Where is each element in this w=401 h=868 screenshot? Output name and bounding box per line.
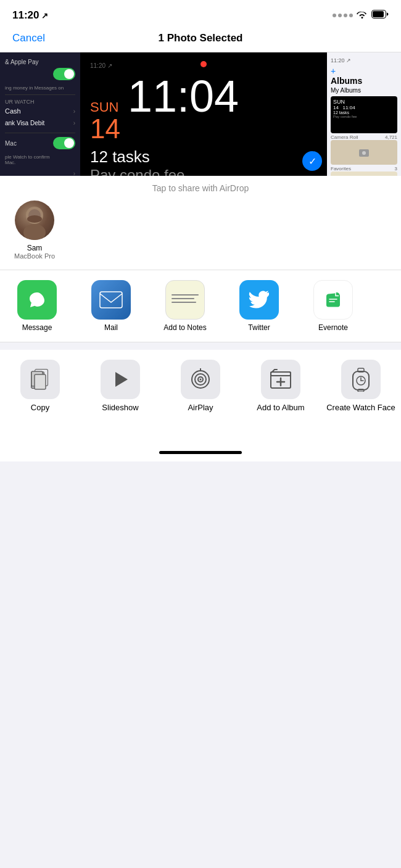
status-time: 11:20 ↗ bbox=[12, 9, 48, 22]
favorites-info: Favorites 3 bbox=[331, 166, 397, 172]
toggle-1 bbox=[53, 68, 75, 80]
page-title: 1 Photo Selected bbox=[159, 32, 243, 44]
share-app-evernote[interactable]: Evernote bbox=[296, 280, 370, 337]
notes-icon bbox=[165, 280, 205, 320]
photo-left: & Apple Pay ing money in Messages on UR … bbox=[0, 52, 80, 176]
airdrop-section: Tap to share with AirDrop Sam MacBook Pr… bbox=[0, 176, 401, 270]
mail-label: Mail bbox=[104, 323, 118, 332]
watch-screen: 11:20 ↗ SUN 14 11:04 12 tasks Pay condo … bbox=[80, 52, 327, 176]
share-app-twitter[interactable]: Twitter bbox=[222, 280, 296, 337]
svg-point-28 bbox=[200, 379, 202, 381]
watch-face-label: Create Watch Face bbox=[326, 403, 395, 412]
share-apps-row: Message Mail Add to Notes Twitte bbox=[0, 270, 401, 342]
share-app-message[interactable]: Message bbox=[0, 280, 74, 337]
watch-tasks: 12 tasks bbox=[90, 147, 317, 167]
cancel-button[interactable]: Cancel bbox=[12, 32, 45, 44]
airplay-icon-box bbox=[181, 360, 220, 399]
album-thumb-watch: SUN 14 11:04 12 tasks Pay condo fee bbox=[331, 96, 397, 133]
notes-line-1 bbox=[172, 294, 199, 296]
action-airplay[interactable]: AirPlay bbox=[160, 360, 241, 417]
evernote-label: Evernote bbox=[318, 323, 348, 332]
visa-row: ank Visa Debit › bbox=[5, 117, 75, 129]
twitter-icon bbox=[239, 280, 279, 320]
apple-pay-label: & Apple Pay bbox=[5, 59, 75, 65]
svg-rect-23 bbox=[35, 374, 46, 389]
mac-desc: ple Watch to confirmMac. bbox=[5, 154, 75, 165]
svg-marker-24 bbox=[115, 372, 128, 387]
watch-date-num: 14 bbox=[90, 115, 120, 143]
separator bbox=[5, 94, 75, 95]
action-add-album[interactable]: Add to Album bbox=[241, 360, 321, 417]
favorites-thumb bbox=[331, 172, 397, 176]
camera-roll-thumb bbox=[331, 140, 397, 165]
cash-row: Cash › bbox=[5, 105, 75, 117]
watch-time: 11:04 bbox=[128, 74, 239, 118]
watch-label: UR WATCH bbox=[5, 99, 75, 105]
svg-rect-1 bbox=[373, 11, 384, 17]
slideshow-label: Slideshow bbox=[102, 403, 138, 412]
albums-title: Albums bbox=[331, 76, 397, 86]
toggle-2 bbox=[53, 137, 75, 149]
watch-subtitle: Pay condo fee bbox=[90, 167, 317, 176]
photo-right: 11:20 ↗ + Albums My Albums SUN 14 11:04 … bbox=[327, 52, 401, 176]
notes-label: Add to Notes bbox=[163, 323, 206, 332]
divider-2 bbox=[0, 342, 401, 342]
camera-roll-info: Camera Roll 4,721 bbox=[331, 134, 397, 140]
svg-point-15 bbox=[27, 215, 42, 223]
svg-point-13 bbox=[23, 224, 46, 240]
right-header: 11:20 ↗ bbox=[331, 57, 397, 64]
selected-checkmark: ✓ bbox=[302, 151, 322, 171]
avatar-face bbox=[15, 200, 54, 240]
message-icon bbox=[17, 280, 57, 320]
slideshow-icon-box bbox=[101, 360, 140, 399]
twitter-label: Twitter bbox=[248, 323, 270, 332]
watch-photo: 11:20 ↗ SUN 14 11:04 12 tasks Pay condo … bbox=[80, 52, 327, 176]
location-icon: ↗ bbox=[41, 11, 48, 20]
status-bar: 11:20 ↗ bbox=[0, 0, 401, 27]
home-indicator bbox=[159, 451, 242, 454]
contact-name: Sam bbox=[27, 244, 43, 252]
contact-device: MacBook Pro bbox=[14, 252, 55, 260]
my-albums-label: My Albums bbox=[331, 87, 397, 94]
airplay-label: AirPlay bbox=[188, 403, 213, 412]
message-label: Message bbox=[22, 323, 52, 332]
nav-bar: Cancel 1 Photo Selected bbox=[0, 27, 401, 52]
action-row: Copy Slideshow AirPlay bbox=[0, 360, 401, 417]
battery-icon bbox=[371, 10, 389, 21]
photo-strip: & Apple Pay ing money in Messages on UR … bbox=[0, 52, 401, 176]
separator2 bbox=[5, 133, 75, 133]
svg-rect-31 bbox=[271, 372, 291, 376]
signal-icon bbox=[333, 14, 353, 17]
add-album-label: Add to Album bbox=[257, 403, 304, 412]
action-copy[interactable]: Copy bbox=[0, 360, 80, 417]
bottom-actions-section: Copy Slideshow AirPlay bbox=[0, 350, 401, 424]
plus-icon: + bbox=[331, 66, 397, 76]
red-dot bbox=[200, 61, 207, 67]
evernote-icon bbox=[313, 280, 353, 320]
add-album-icon-box bbox=[261, 360, 300, 399]
notes-line-2 bbox=[172, 298, 194, 299]
airdrop-hint: Tap to share with AirDrop bbox=[10, 183, 391, 193]
share-app-mail[interactable]: Mail bbox=[74, 280, 148, 337]
svg-rect-16 bbox=[100, 292, 122, 308]
action-slideshow[interactable]: Slideshow bbox=[80, 360, 160, 417]
airdrop-contact[interactable]: Sam MacBook Pro bbox=[10, 200, 59, 260]
action-watch-face[interactable]: Create Watch Face bbox=[321, 360, 401, 417]
mail-icon bbox=[91, 280, 131, 320]
wifi-icon bbox=[357, 10, 368, 21]
svg-point-11 bbox=[362, 151, 366, 155]
watch-face-icon-box bbox=[341, 360, 381, 399]
more-row: › bbox=[5, 168, 75, 176]
notes-line-3 bbox=[172, 302, 196, 303]
contact-avatar bbox=[15, 200, 54, 240]
messages-label: ing money in Messages on bbox=[5, 85, 75, 91]
share-app-notes[interactable]: Add to Notes bbox=[148, 280, 222, 337]
time-label: 11:20 bbox=[12, 9, 39, 22]
status-icons bbox=[333, 10, 389, 21]
copy-icon-box bbox=[20, 360, 60, 399]
home-indicator-area bbox=[0, 424, 401, 461]
toggle-row-1 bbox=[5, 68, 75, 80]
toggle-row-2: Mac bbox=[5, 137, 75, 149]
copy-label: Copy bbox=[31, 403, 49, 412]
